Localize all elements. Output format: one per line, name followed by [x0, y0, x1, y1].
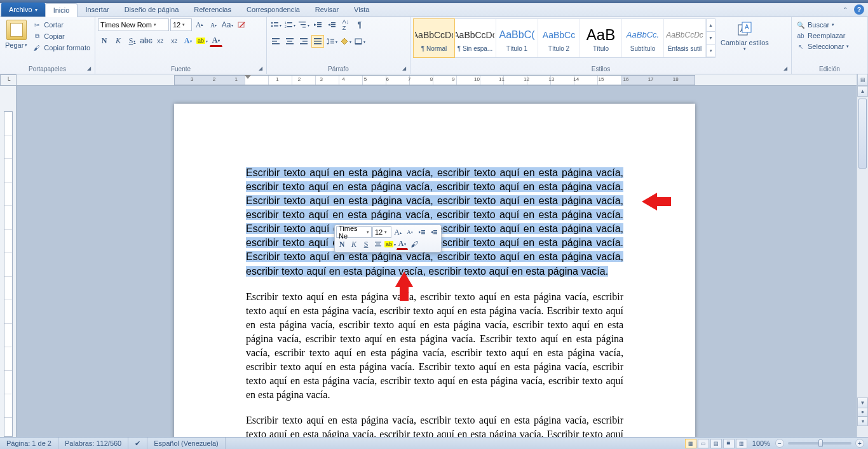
tab-referencias[interactable]: Referencias: [186, 3, 239, 17]
font-size-combo[interactable]: 12▾: [170, 18, 192, 31]
view-web[interactable]: ▤: [710, 439, 722, 448]
mini-decrease-indent[interactable]: [416, 226, 428, 238]
document-page[interactable]: Escribir texto aquí en esta página vacía…: [174, 104, 695, 437]
change-styles-button[interactable]: AA Cambiar estilos ▾: [717, 18, 773, 54]
tab-insertar[interactable]: Insertar: [78, 3, 116, 17]
mini-format-painter[interactable]: 🖌: [409, 238, 420, 250]
text-effects-button[interactable]: A▾: [182, 34, 194, 47]
paragraph-1[interactable]: Escribir texto aquí en esta página vacía…: [246, 166, 623, 279]
view-outline[interactable]: ≣: [723, 439, 735, 448]
tab-stop-selector[interactable]: └: [0, 74, 17, 86]
copy-button[interactable]: ⧉Copiar: [31, 31, 92, 41]
grow-font-button[interactable]: A▴: [193, 18, 206, 31]
paste-button[interactable]: Pegar▾: [3, 18, 30, 50]
view-full-screen[interactable]: ▭: [698, 439, 709, 448]
mini-font-combo[interactable]: Times Ne▾: [336, 226, 372, 238]
justify-button[interactable]: [311, 35, 324, 48]
styles-launcher-icon[interactable]: ◢: [783, 66, 787, 71]
mini-highlight[interactable]: ab▾: [384, 238, 396, 250]
tab-diseno[interactable]: Diseño de página: [117, 3, 187, 17]
font-name-combo[interactable]: Times New Rom▾: [98, 18, 169, 31]
numbering-button[interactable]: 12▾: [283, 18, 296, 31]
find-button[interactable]: 🔍Buscar▾: [794, 20, 851, 30]
status-proofing[interactable]: ✔: [128, 438, 147, 449]
gallery-more-icon[interactable]: ▾: [707, 45, 715, 57]
mini-font-color[interactable]: A▾: [397, 238, 408, 250]
mini-increase-indent[interactable]: [428, 226, 440, 238]
shrink-font-button[interactable]: A▾: [207, 18, 220, 31]
scroll-up-icon[interactable]: ▲: [857, 86, 868, 97]
shading-button[interactable]: ▾: [339, 35, 352, 48]
replace-button[interactable]: abReemplazar: [794, 31, 851, 41]
highlight-button[interactable]: ab▾: [196, 34, 208, 47]
sort-button[interactable]: A↓Z: [339, 18, 352, 31]
align-right-button[interactable]: [297, 35, 310, 48]
style-item-0[interactable]: AaBbCcDc¶ Normal: [413, 18, 455, 58]
help-icon[interactable]: ?: [854, 4, 864, 15]
superscript-button[interactable]: x2: [168, 34, 180, 47]
mini-italic[interactable]: K: [348, 238, 360, 250]
mini-grow-font[interactable]: A▴: [392, 226, 403, 238]
zoom-slider[interactable]: [788, 442, 851, 445]
next-page-icon[interactable]: ▾: [857, 417, 868, 426]
vertical-scrollbar[interactable]: ▤ ▲ ▴ ● ▾ ▼: [857, 74, 868, 437]
clear-format-button[interactable]: [235, 18, 248, 31]
minimize-ribbon-icon[interactable]: ⌃: [840, 4, 850, 15]
decrease-indent-button[interactable]: [311, 18, 324, 31]
status-page[interactable]: Página: 1 de 2: [0, 438, 58, 449]
status-words[interactable]: Palabras: 112/560: [58, 438, 128, 449]
style-item-6[interactable]: AaBbCcDcÉnfasis sutil: [664, 19, 706, 57]
subscript-button[interactable]: x2: [154, 34, 166, 47]
horizontal-ruler[interactable]: 321123456789101112131415161718: [17, 74, 857, 86]
tab-correspondencia[interactable]: Correspondencia: [239, 3, 308, 17]
paragraph-2[interactable]: Escribir texto aquí en esta página vacía…: [246, 290, 623, 403]
paragraph-3[interactable]: Escribir texto aquí en esta página vacía…: [246, 413, 623, 437]
clipboard-launcher-icon[interactable]: ◢: [87, 66, 91, 71]
italic-button[interactable]: K: [112, 34, 125, 47]
vertical-ruler[interactable]: [0, 86, 17, 437]
style-item-4[interactable]: AaBTítulo: [580, 19, 622, 57]
change-case-button[interactable]: Aa▾: [221, 18, 234, 31]
cut-button[interactable]: ✂Cortar: [31, 20, 92, 30]
gallery-up-icon[interactable]: ▲: [707, 19, 715, 32]
mini-underline[interactable]: S: [360, 238, 372, 250]
tab-revisar[interactable]: Revisar: [308, 3, 346, 17]
mini-center[interactable]: [372, 238, 384, 250]
zoom-out-button[interactable]: −: [775, 439, 784, 448]
bold-button[interactable]: N: [98, 34, 111, 47]
line-spacing-button[interactable]: ▾: [325, 35, 338, 48]
zoom-knob[interactable]: [818, 439, 823, 447]
styles-gallery[interactable]: AaBbCcDc¶ NormalAaBbCcDc¶ Sin espa...AaB…: [413, 18, 715, 58]
style-item-5[interactable]: AaBbCc.Subtítulo: [622, 19, 664, 57]
zoom-in-button[interactable]: +: [855, 439, 864, 448]
tab-inicio[interactable]: Inicio: [45, 3, 78, 17]
scroll-thumb[interactable]: [858, 99, 867, 169]
format-painter-button[interactable]: 🖌Copiar formato: [31, 43, 92, 53]
underline-button[interactable]: S▾: [126, 34, 139, 47]
show-marks-button[interactable]: ¶: [353, 18, 366, 31]
paragraph-launcher-icon[interactable]: ◢: [402, 66, 406, 71]
align-left-button[interactable]: [269, 35, 282, 48]
status-language[interactable]: Español (Venezuela): [147, 438, 226, 449]
view-draft[interactable]: ▥: [736, 439, 747, 448]
style-item-2[interactable]: AaBbC(Título 1: [496, 19, 538, 57]
increase-indent-button[interactable]: [325, 18, 338, 31]
borders-button[interactable]: ▾: [353, 35, 366, 48]
view-print-layout[interactable]: ▦: [685, 439, 696, 448]
align-center-button[interactable]: [283, 35, 296, 48]
mini-size-combo[interactable]: 12▾: [372, 226, 391, 238]
select-button[interactable]: ↖Seleccionar▾: [794, 41, 851, 52]
ruler-toggle-icon[interactable]: ▤: [857, 74, 868, 86]
style-item-1[interactable]: AaBbCcDc¶ Sin espa...: [454, 19, 496, 57]
gallery-down-icon[interactable]: ▼: [707, 32, 715, 45]
scroll-down-icon[interactable]: ▼: [857, 397, 868, 408]
mini-bold[interactable]: N: [336, 238, 348, 250]
mini-shrink-font[interactable]: A▾: [404, 226, 416, 238]
bullets-button[interactable]: ▾: [269, 18, 282, 31]
zoom-level[interactable]: 100%: [752, 439, 770, 447]
font-color-button[interactable]: A▾: [210, 34, 222, 47]
font-launcher-icon[interactable]: ◢: [259, 66, 262, 71]
browse-object-icon[interactable]: ●: [857, 407, 868, 417]
style-item-3[interactable]: AaBbCcTítulo 2: [538, 19, 580, 57]
multilevel-button[interactable]: ▾: [297, 18, 310, 31]
